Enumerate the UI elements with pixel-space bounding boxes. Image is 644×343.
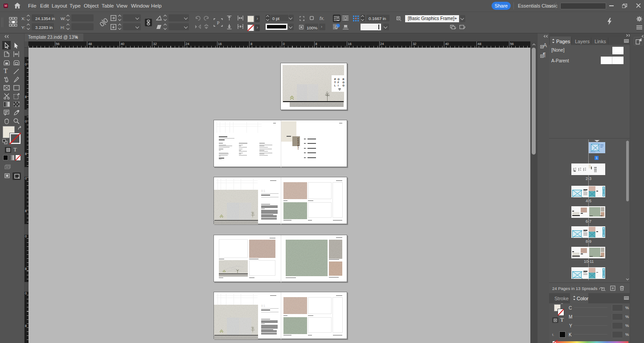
svg-text:P: P [217, 20, 219, 25]
svg-text:A: A [543, 42, 547, 49]
svg-text:CONTENTS: CONTENTS [297, 138, 299, 150]
